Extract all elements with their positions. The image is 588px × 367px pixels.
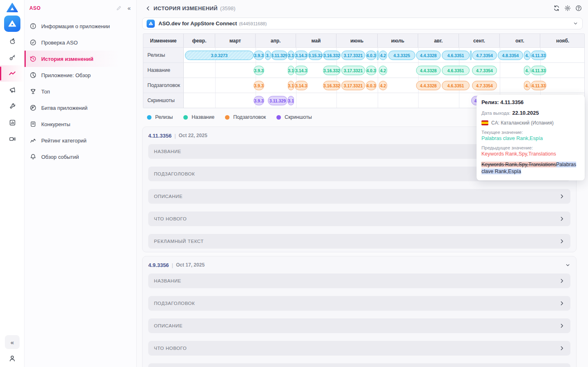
version-pill[interactable]: 3.14.3 — [294, 66, 308, 75]
rail-item-wrench[interactable] — [0, 98, 24, 114]
version-pill[interactable]: 3.9.3 — [254, 66, 264, 75]
version-pill[interactable]: 3.17.3321 — [341, 66, 365, 75]
version-pill[interactable]: 4.6.3351 — [442, 66, 470, 75]
version-pill[interactable]: 4. — [524, 81, 530, 90]
rail-item-megaphone[interactable] — [0, 82, 24, 98]
table-row-1: Название3.9.33.13.14.33.16.3323.17.33214… — [143, 62, 584, 78]
selected-app-icon[interactable] — [4, 16, 20, 32]
version-pill[interactable]: 3.16.332 — [323, 51, 341, 60]
sidebar-item-0[interactable]: Информация о приложении — [24, 18, 136, 34]
chevron-down-icon[interactable] — [565, 262, 570, 268]
version-pill[interactable]: 3.11.329 — [271, 51, 287, 60]
tooltip-release-title: Релиз: 4.11.3356 — [481, 99, 580, 105]
sidebar-collapse-icon[interactable]: « — [127, 5, 131, 11]
version-pill[interactable]: 4.7.3354 — [472, 66, 497, 75]
version-pill[interactable]: 4.0.3 — [366, 51, 376, 60]
video-icon — [9, 136, 16, 142]
legend-item: Подзаголовок — [225, 114, 266, 120]
version-pill[interactable]: 4.2 — [379, 51, 387, 60]
version-pill[interactable]: 3. — [265, 51, 271, 60]
section-row-подзаголовок[interactable]: ПОДЗАГОЛОВОК — [148, 296, 570, 311]
app-selector[interactable]: ASO.dev for AppStore Connect (6445911688… — [142, 18, 583, 29]
version-pill[interactable]: 3.15.32 — [308, 51, 323, 60]
release-version[interactable]: 4.9.3356 — [148, 262, 169, 268]
version-pill[interactable]: 4.7.3354 — [472, 51, 497, 60]
sidebar-item-4[interactable]: Топ — [24, 83, 136, 100]
refresh-icon[interactable] — [553, 5, 560, 11]
megaphone-icon — [9, 87, 16, 93]
version-pill[interactable]: 3.1 — [288, 96, 294, 105]
version-pill[interactable] — [470, 51, 472, 60]
version-pill[interactable]: 4. — [524, 66, 530, 75]
version-pill[interactable]: 4.6.3351 — [442, 81, 470, 90]
version-pill[interactable]: 3.17.3321 — [341, 81, 365, 90]
sidebar-item-label: Обзор событий — [41, 154, 79, 160]
rail-item-trend[interactable] — [0, 65, 24, 82]
app-icon — [147, 20, 155, 28]
help-icon[interactable] — [575, 5, 582, 11]
version-pill[interactable]: 4.8.3354 — [498, 51, 523, 60]
sidebar-item-6[interactable]: Конкуренты — [24, 116, 136, 132]
version-pill[interactable]: 4.4.3328 — [416, 81, 441, 90]
version-pill[interactable]: 4.4.3328 — [416, 66, 441, 75]
version-pill[interactable]: 4.11.33 — [531, 66, 546, 75]
version-pill[interactable]: 4.2 — [379, 81, 387, 90]
page-count: (3598) — [220, 5, 236, 11]
sidebar-item-8[interactable]: Обзор событий — [24, 149, 136, 165]
month-gridline — [215, 63, 216, 78]
rail-item-apple[interactable] — [0, 33, 24, 49]
page-header: ИСТОРИЯ ИЗМЕНЕНИЙ (3598) — [137, 0, 588, 16]
version-pill[interactable]: 3.14.3 — [294, 81, 308, 90]
version-pill[interactable]: 3.16.332 — [323, 81, 341, 90]
user-icon[interactable] — [0, 355, 24, 362]
month-gridline — [378, 63, 378, 78]
settings-gear-icon[interactable] — [564, 5, 571, 11]
version-pill[interactable]: 4. — [524, 51, 530, 60]
section-row-что-нового[interactable]: ЧТО НОВОГО — [148, 211, 570, 226]
section-row-описание[interactable]: ОПИСАНИЕ — [148, 189, 570, 204]
version-pill[interactable]: 3.14.3 — [294, 51, 308, 60]
version-pill[interactable]: 3.1 — [288, 66, 294, 75]
version-pill[interactable]: 4.11.33 — [531, 81, 546, 90]
section-row-рекламный-текст[interactable]: РЕКЛАМНЫЙ ТЕКСТ — [148, 363, 570, 367]
version-pill[interactable]: 4.4.3328 — [416, 51, 441, 60]
version-pill[interactable]: 3.16.332 — [323, 66, 341, 75]
rail-collapse-button[interactable]: « — [5, 335, 20, 349]
rail-item-key[interactable] — [0, 49, 24, 65]
version-pill[interactable]: 4.3.3325 — [388, 51, 415, 60]
version-pill[interactable]: 3.9.3 — [254, 81, 264, 90]
version-pill[interactable]: 4.11.33 — [531, 51, 546, 60]
table-row-track: 3.9.33.13.14.33.16.3323.17.33214.0.34.24… — [184, 63, 584, 78]
back-chevron-icon[interactable] — [145, 5, 151, 11]
section-row-название[interactable]: НАЗВАНИЕ — [148, 274, 570, 288]
competitors-icon — [30, 121, 36, 127]
sidebar-item-1[interactable]: Проверка ASO — [24, 34, 136, 51]
sidebar-item-2[interactable]: История изменений — [24, 51, 136, 67]
version-pill[interactable]: 4.2 — [379, 66, 387, 75]
version-pill[interactable]: 3.11.329 — [268, 96, 287, 105]
version-pill[interactable]: 4.0.3 — [366, 81, 376, 90]
section-row-что-нового[interactable]: ЧТО НОВОГО — [148, 341, 570, 356]
rail-item-video[interactable] — [0, 131, 24, 147]
version-pill[interactable]: 3.9.3 — [254, 51, 264, 60]
version-pill[interactable]: 3.17.3321 — [341, 51, 365, 60]
tooltip-locale: CA: Каталанский (Испания) — [481, 120, 580, 126]
version-pill[interactable]: 4.0.3 — [366, 66, 376, 75]
version-pill[interactable]: 3.1 — [288, 81, 294, 90]
rail-item-bar-chart[interactable] — [0, 114, 24, 131]
sidebar-item-3[interactable]: Приложение: Обзор — [24, 67, 136, 83]
sidebar-item-5[interactable]: Битва приложений — [24, 100, 136, 116]
sidebar-item-7[interactable]: Рейтинг категорий — [24, 132, 136, 149]
version-pill[interactable] — [377, 51, 379, 60]
version-pill[interactable]: 4.7.3354 — [472, 81, 497, 90]
version-pill[interactable]: 3.1 — [288, 51, 294, 60]
sidebar-item-label: Приложение: Обзор — [41, 72, 91, 78]
release-version[interactable]: 4.11.3356 — [148, 133, 172, 139]
table-header-month-9: нояб. — [540, 34, 585, 47]
section-row-рекламный-текст[interactable]: РЕКЛАМНЫЙ ТЕКСТ — [148, 234, 570, 249]
version-pill[interactable]: 4.6.3351 — [442, 51, 470, 60]
edit-pencil-icon[interactable] — [116, 5, 122, 11]
section-row-описание[interactable]: ОПИСАНИЕ — [148, 318, 570, 333]
version-pill[interactable]: 3.9.3 — [254, 96, 264, 105]
version-pill[interactable]: 3.0.3273 — [185, 51, 254, 60]
